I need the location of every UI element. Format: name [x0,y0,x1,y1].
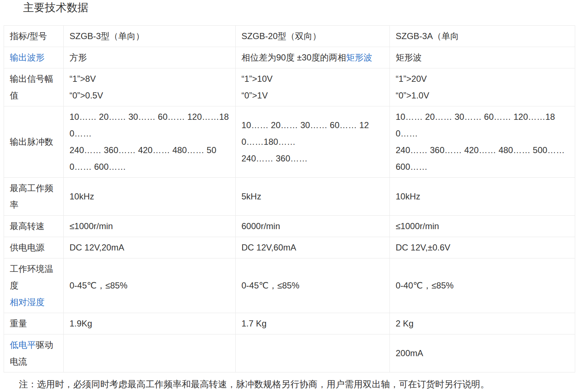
value-cell-output-waveform-col1: 相位差为90度 ±30度的两相矩形波 [236,47,390,68]
table-row-output-signal-amplitude: 输出信号幅值“1”>8V“0”>0.5V“1”>10V“0”>1V“1”>20V… [4,68,575,106]
footnote: 注：选用时，必须同时考虑最高工作频率和最高转速，脉冲数规格另行协商，用户需用双出… [19,378,581,391]
row-label-output-pulse-count: 输出脉冲数 [4,106,64,178]
text-segment: DC 12V,60mA [241,243,296,252]
text-segment: 10kHz [396,191,420,201]
value-cell-power-supply-col1: DC 12V,60mA [236,237,390,258]
value-cell-line: “1”>10V [241,71,384,87]
table-row-working-environment: 工作环境温度相对湿度0-45℃，≤85%0-45℃，≤85%0-40℃，≤85% [4,258,575,313]
value-cell-max-speed-col2: ≤1000r/min [390,216,575,237]
page-title: 主要技术数据 [23,1,581,14]
value-cell-line: 0-45℃，≤85% [70,277,230,294]
value-cell-line: 200mA [396,345,569,362]
text-segment: 0-40℃，≤85% [396,281,454,290]
value-cell-max-speed-col0: ≤1000r/min [64,216,236,237]
value-cell-output-signal-amplitude-col0: “1”>8V“0”>0.5V [64,68,236,106]
text-segment: “1”>20V [396,74,427,84]
value-cell-power-supply-col0: DC 12V,20mA [64,237,236,258]
row-label-max-working-frequency: 最高工作频率 [4,178,64,216]
text-segment: 输出信号幅值 [10,74,53,100]
value-cell-line: 1.7 Kg [241,315,384,332]
value-cell-working-environment-col1: 0-45℃，≤85% [236,258,390,313]
value-cell-output-pulse-count-col0: 10…… 20…… 30…… 60…… 120……180……240…… 360…… [64,106,236,178]
value-cell-output-waveform-col2: 矩形波 [390,47,575,68]
value-cell-low-level-drive-current-col0 [64,334,236,372]
row-label-output-signal-amplitude: 输出信号幅值 [4,68,64,106]
value-cell-line: DC 12V,±0.6V [396,239,569,256]
column-header-3: SZGB-3A（单向 [390,26,575,47]
value-cell-max-working-frequency-col1: 5kHz [236,178,390,216]
value-cell-low-level-drive-current-col2: 200mA [390,334,575,372]
text-segment: 相位差为90度 ±30度的两相 [241,52,346,62]
text-segment: 6000r/min [241,221,280,231]
text-segment: “1”>8V [70,74,96,84]
text-segment: 工作环境温度 [10,264,53,290]
text-segment: 240…… 360…… 420…… 480…… 500…… 600…… [396,145,565,172]
row-label-line: 相对湿度 [10,294,58,311]
table-row-output-pulse-count: 输出脉冲数10…… 20…… 30…… 60…… 120……180……240……… [4,106,575,178]
value-cell-line: 相位差为90度 ±30度的两相矩形波 [241,49,384,66]
value-cell-weight-col1: 1.7 Kg [236,313,390,334]
value-cell-line: 0-45℃，≤85% [241,277,384,294]
value-cell-working-environment-col0: 0-45℃，≤85% [64,258,236,313]
value-cell-low-level-drive-current-col1 [236,334,390,372]
term-link[interactable]: 矩形波 [346,52,372,62]
value-cell-line: 2 Kg [396,315,569,332]
text-segment: 矩形波 [396,52,422,62]
value-cell-output-pulse-count-col1: 10…… 20…… 30…… 60…… 120……180……240…… 360…… [236,106,390,178]
row-label-line: 输出信号幅值 [10,71,58,104]
value-cell-line: ≤1000r/min [70,218,230,235]
value-cell-line: 10…… 20…… 30…… 60…… 120……180…… [396,109,569,142]
text-segment: 输出脉冲数 [10,137,53,147]
value-cell-output-signal-amplitude-col1: “1”>10V“0”>1V [236,68,390,106]
specs-table-header: 指标/型号SZGB-3型（单向）SZGB-20型（双向）SZGB-3A（单向 [4,26,575,47]
text-segment: 240…… 360…… [241,153,308,163]
text-segment: 最高转速 [10,221,45,231]
value-cell-line: DC 12V,20mA [70,239,230,256]
text-segment: 1.9Kg [70,319,92,328]
row-label-working-environment: 工作环境温度相对湿度 [4,258,64,313]
text-segment: 10kHz [70,191,94,201]
term-link[interactable]: 相对湿度 [10,297,45,307]
value-cell-line: 6000r/min [241,218,384,235]
column-header-1: SZGB-3型（单向） [64,26,236,47]
term-link[interactable]: 低电平 [10,340,36,350]
text-segment: “0”>1.0V [396,90,429,100]
table-row-output-waveform: 输出波形方形相位差为90度 ±30度的两相矩形波矩形波 [4,47,575,68]
value-cell-line: “0”>1.0V [396,87,569,104]
row-label-low-level-drive-current: 低电平驱动电流 [4,334,64,372]
term-link[interactable]: 输出波形 [10,52,45,62]
value-cell-line: “1”>8V [70,71,230,87]
value-cell-weight-col0: 1.9Kg [64,313,236,334]
table-row-max-speed: 最高转速≤1000r/min6000r/min≤1000r/min [4,216,575,237]
row-label-line: 低电平驱动电流 [10,337,58,370]
value-cell-max-speed-col1: 6000r/min [236,216,390,237]
value-cell-line: “0”>1V [241,87,384,104]
text-segment: DC 12V,20mA [70,243,124,252]
header-row: 指标/型号SZGB-3型（单向）SZGB-20型（双向）SZGB-3A（单向 [4,26,575,47]
text-segment: 供电电源 [10,243,45,252]
text-segment: 5kHz [241,191,261,201]
value-cell-line: 10…… 20…… 30…… 60…… 120……180…… [241,117,384,150]
value-cell-line: 方形 [70,49,230,66]
text-segment: 0-45℃，≤85% [241,281,299,290]
text-segment: 240…… 360…… 420…… 480…… 500…… 600…… [70,145,216,172]
value-cell-working-environment-col2: 0-40℃，≤85% [390,258,575,313]
row-label-line: 输出波形 [10,49,58,66]
value-cell-line: DC 12V,60mA [241,239,384,256]
text-segment: 10…… 20…… 30…… 60…… 120……180…… [70,112,229,138]
row-label-line: 重量 [10,315,58,332]
value-cell-line: 240…… 360…… 420…… 480…… 500…… 600…… [396,142,569,175]
text-segment: “0”>0.5V [70,90,103,100]
row-label-max-speed: 最高转速 [4,216,64,237]
row-label-line: 最高工作频率 [10,180,58,213]
value-cell-max-working-frequency-col0: 10kHz [64,178,236,216]
value-cell-line: “0”>0.5V [70,87,230,104]
column-header-2: SZGB-20型（双向） [236,26,390,47]
text-segment: 重量 [10,319,27,328]
specs-table: 指标/型号SZGB-3型（单向）SZGB-20型（双向）SZGB-3A（单向 输… [4,25,575,372]
text-segment: 方形 [70,52,87,62]
value-cell-max-working-frequency-col2: 10kHz [390,178,575,216]
row-label-power-supply: 供电电源 [4,237,64,258]
value-cell-line: 10kHz [70,188,230,205]
value-cell-power-supply-col2: DC 12V,±0.6V [390,237,575,258]
